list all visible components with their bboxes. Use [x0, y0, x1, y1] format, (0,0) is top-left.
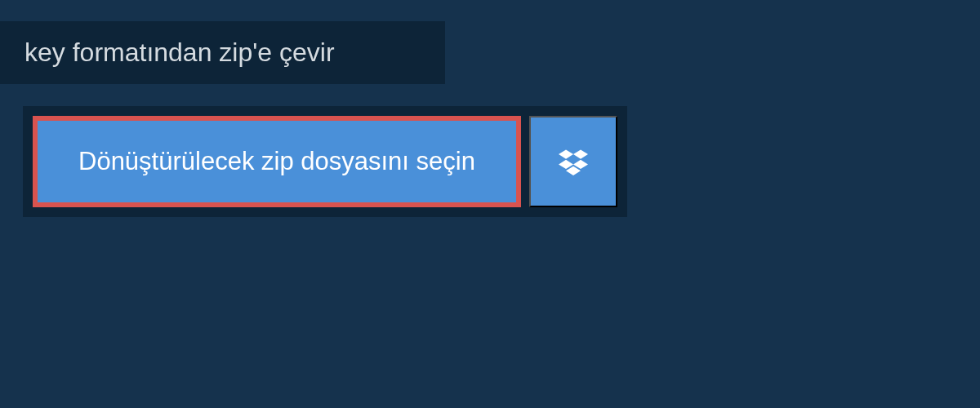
file-select-label: Dönüştürülecek zip dosyasını seçin: [78, 147, 475, 176]
file-select-button[interactable]: Dönüştürülecek zip dosyasını seçin: [33, 116, 521, 207]
file-upload-panel: Dönüştürülecek zip dosyasını seçin: [23, 106, 627, 217]
dropbox-button[interactable]: [529, 116, 617, 207]
header-bar: key formatından zip'e çevir: [0, 21, 445, 84]
dropbox-icon: [559, 147, 588, 176]
page-title: key formatından zip'e çevir: [24, 38, 421, 68]
